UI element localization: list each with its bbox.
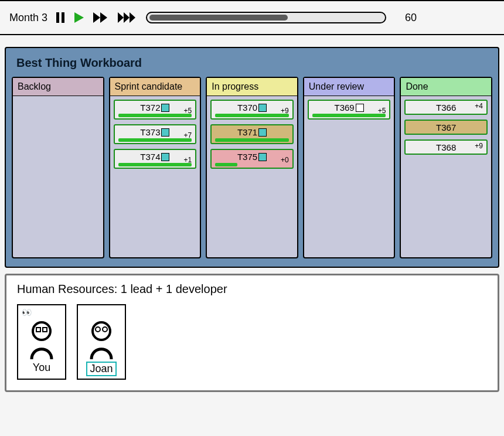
task-score: +5	[184, 107, 192, 115]
task-score: +1	[184, 156, 192, 164]
task-progress-bar	[215, 138, 289, 142]
task-card[interactable]: T374+1	[114, 149, 197, 169]
column-under-review[interactable]: Under reviewT369+5	[303, 77, 396, 258]
svg-rect-1	[62, 12, 64, 23]
assignee-chip	[258, 104, 267, 112]
workboard-panel: Best Thing Workboard BacklogSprint candi…	[5, 47, 499, 268]
task-id: T371	[237, 127, 257, 137]
column-body: T366+4T367T368+9	[401, 96, 491, 158]
task-card[interactable]: T366+4	[404, 100, 488, 115]
svg-marker-5	[118, 12, 124, 23]
person-name: You	[33, 362, 50, 374]
task-card[interactable]: T372+5	[114, 100, 197, 120]
assignee-chip	[258, 153, 267, 161]
column-header: Done	[401, 78, 491, 96]
task-score: +5	[378, 107, 386, 115]
column-body: T369+5	[304, 96, 394, 123]
person-card[interactable]: 👀You	[17, 304, 66, 380]
svg-point-12	[96, 327, 100, 332]
task-card[interactable]: T367	[404, 120, 488, 135]
assignee-chip	[161, 153, 169, 161]
workboard-title: Best Thing Workboard	[12, 54, 492, 77]
time-progress-bar[interactable]	[146, 12, 386, 23]
column-header: Under review	[304, 78, 394, 96]
column-body	[13, 96, 103, 103]
task-score: +7	[184, 131, 192, 139]
svg-marker-7	[130, 12, 135, 23]
task-id: T370	[237, 103, 257, 113]
task-score: +0	[281, 156, 289, 164]
task-card[interactable]: T373+7	[114, 124, 197, 144]
day-counter: 60	[405, 12, 417, 24]
month-label: Month 3	[9, 12, 47, 24]
task-progress-bar	[118, 114, 192, 117]
task-id: T372	[140, 103, 160, 113]
time-control-bar: Month 3 60	[0, 0, 504, 35]
task-card[interactable]: T368+9	[404, 139, 488, 155]
task-progress-bar	[118, 138, 192, 142]
task-card[interactable]: T371	[210, 124, 294, 144]
task-id: T374	[140, 152, 160, 162]
svg-rect-9	[36, 328, 40, 332]
task-score: +9	[475, 142, 483, 150]
assignee-chip	[161, 128, 169, 137]
fast-forward-button[interactable]	[93, 12, 110, 23]
task-id: T369	[334, 103, 354, 113]
column-in-progress[interactable]: In progressT370+9T371T375+0	[206, 77, 298, 258]
hr-people: 👀YouJoan	[17, 304, 487, 380]
svg-rect-0	[56, 12, 59, 23]
hr-title: Human Resources: 1 lead + 1 developer	[17, 282, 487, 296]
task-progress-bar	[118, 163, 192, 166]
task-id: T367	[436, 122, 456, 132]
task-card[interactable]: T370+9	[210, 100, 294, 120]
svg-rect-10	[43, 328, 47, 332]
very-fast-forward-button[interactable]	[118, 12, 138, 23]
column-body: T372+5T373+7T374+1	[110, 96, 200, 172]
svg-point-11	[93, 322, 110, 340]
task-card[interactable]: T375+0	[210, 149, 294, 169]
lead-eyes-icon: 👀	[22, 308, 32, 317]
task-id: T366	[436, 103, 456, 113]
task-card[interactable]: T369+5	[308, 100, 391, 120]
person-name: Joan	[86, 362, 116, 376]
column-header: Backlog	[13, 78, 103, 96]
column-header: In progress	[207, 78, 297, 96]
svg-point-8	[33, 322, 50, 340]
task-progress-bar	[312, 114, 386, 117]
svg-marker-4	[100, 12, 107, 23]
svg-marker-6	[124, 12, 130, 23]
column-sprint-candidate[interactable]: Sprint candidateT372+5T373+7T374+1	[109, 77, 202, 258]
time-progress-fill	[149, 15, 287, 21]
task-id: T375	[237, 152, 257, 162]
task-id: T368	[436, 142, 456, 152]
hr-panel: Human Resources: 1 lead + 1 developer 👀Y…	[5, 274, 499, 392]
svg-marker-2	[74, 12, 84, 23]
column-done[interactable]: DoneT366+4T367T368+9	[400, 77, 492, 258]
task-score: +9	[281, 107, 289, 115]
workboard-columns: BacklogSprint candidateT372+5T373+7T374+…	[12, 77, 492, 258]
play-button[interactable]	[73, 12, 85, 23]
pause-button[interactable]	[56, 12, 65, 23]
svg-point-13	[103, 327, 107, 332]
task-score: +4	[475, 102, 483, 110]
person-card[interactable]: Joan	[77, 304, 126, 380]
column-backlog[interactable]: Backlog	[12, 77, 104, 258]
column-header: Sprint candidate	[110, 78, 200, 96]
task-progress-bar	[215, 114, 289, 117]
assignee-chip	[258, 128, 267, 137]
task-id: T373	[140, 127, 160, 137]
assignee-chip	[356, 104, 364, 112]
assignee-chip	[161, 104, 169, 112]
svg-marker-3	[93, 12, 100, 23]
column-body: T370+9T371T375+0	[207, 96, 297, 172]
task-progress-bar	[215, 163, 237, 166]
